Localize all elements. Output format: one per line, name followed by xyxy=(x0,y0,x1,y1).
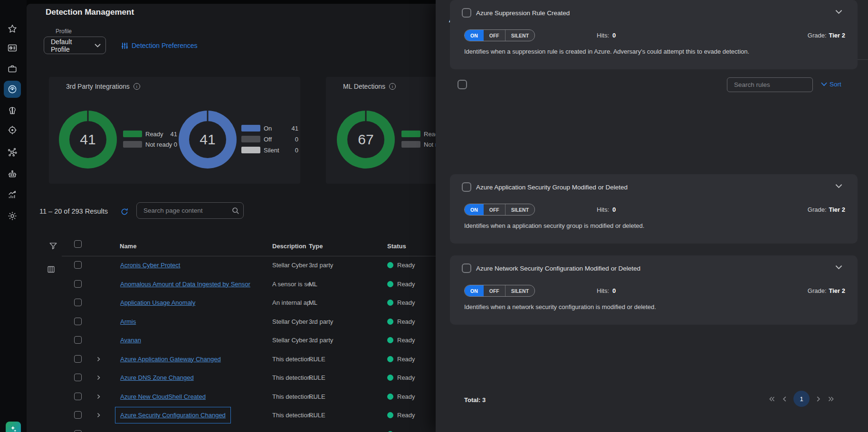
detection-link[interactable]: Azure Security Configuration Changed xyxy=(120,412,226,419)
status-dot xyxy=(387,375,393,381)
info-icon[interactable] xyxy=(389,83,396,90)
row-checkbox[interactable] xyxy=(74,261,82,269)
third-party-integrations-card: 3rd Party Integrations 41 Ready 41 Not r… xyxy=(49,77,300,184)
expand-chevron-icon[interactable] xyxy=(95,375,102,381)
row-type: RULE xyxy=(309,393,325,400)
page-number[interactable]: 1 xyxy=(793,391,810,407)
toggle-silent-button[interactable]: SILENT xyxy=(505,204,534,215)
refresh-icon[interactable] xyxy=(120,207,129,216)
row-checkbox[interactable] xyxy=(74,299,82,306)
sidebar-item-ml[interactable] xyxy=(4,102,21,119)
row-checkbox[interactable] xyxy=(74,430,82,432)
status-dot xyxy=(387,394,393,400)
sidebar-item-correlation[interactable] xyxy=(4,143,21,160)
toggle-on-button[interactable]: ON xyxy=(465,285,484,296)
last-page-icon[interactable] xyxy=(828,396,835,402)
legend-swatch xyxy=(241,147,260,153)
toggle-off-button[interactable]: OFF xyxy=(484,285,505,296)
expand-chevron-icon[interactable] xyxy=(95,412,102,418)
row-checkbox[interactable] xyxy=(74,393,82,400)
rule-card: Azure Application Security Group Modifie… xyxy=(450,174,858,244)
donut-value: 41 xyxy=(59,111,117,169)
row-type: 3rd party xyxy=(309,318,333,325)
toggle-silent-button[interactable]: SILENT xyxy=(505,30,534,41)
row-checkbox[interactable] xyxy=(74,374,82,381)
detection-link[interactable]: Acronis Cyber Protect xyxy=(120,262,180,269)
toggle-on-button[interactable]: ON xyxy=(465,30,484,41)
detection-link[interactable]: Avanan xyxy=(120,337,141,344)
row-type: 3rd party xyxy=(309,262,333,269)
sidebar-item-dashboard[interactable] xyxy=(4,39,21,56)
detection-preferences-link[interactable]: Detection Preferences xyxy=(121,42,198,49)
info-icon[interactable] xyxy=(134,83,140,90)
detection-link[interactable]: Azure DNS Zone Changed xyxy=(120,374,194,381)
profile-dropdown[interactable]: Default Profile xyxy=(44,37,106,54)
name-cell: Application Usage Anomaly xyxy=(115,294,231,311)
chevron-down-icon[interactable] xyxy=(835,9,842,14)
rule-checkbox[interactable] xyxy=(462,182,471,192)
sidebar-item-detections[interactable] xyxy=(4,81,21,98)
sidebar-item-favorites[interactable] xyxy=(4,20,21,38)
chevron-down-icon[interactable] xyxy=(835,265,842,270)
detection-link[interactable]: Armis xyxy=(120,318,136,325)
legend-label: Off xyxy=(264,136,272,143)
detection-link[interactable]: Azure New CloudShell Created xyxy=(120,393,206,400)
status-dot xyxy=(387,281,393,287)
legend-label: On xyxy=(264,125,272,132)
first-page-icon[interactable] xyxy=(768,396,775,402)
rule-title: Azure Application Security Group Modifie… xyxy=(476,184,628,191)
legend-value: 41 xyxy=(161,131,177,138)
rule-checkbox[interactable] xyxy=(462,8,471,18)
row-checkbox[interactable] xyxy=(74,280,82,288)
rules-search-input[interactable] xyxy=(727,81,822,88)
select-all-checkbox[interactable] xyxy=(74,240,82,248)
row-checkbox[interactable] xyxy=(74,318,82,325)
detection-link[interactable]: Azure Application Gateway Changed xyxy=(120,356,221,363)
sidebar-item-assistant[interactable] xyxy=(6,422,21,432)
ml-donut-chart: 67 xyxy=(337,111,395,169)
sort-button[interactable]: Sort xyxy=(821,81,841,88)
toggle-off-button[interactable]: OFF xyxy=(484,204,505,215)
hits-value: 0 xyxy=(612,32,616,39)
sort-label: Sort xyxy=(830,81,841,88)
row-checkbox[interactable] xyxy=(74,411,82,419)
pagination: 1 xyxy=(768,389,835,408)
rule-title: Azure Network Security Configuration Mod… xyxy=(476,265,640,272)
legend-label: Ready xyxy=(145,131,163,138)
toggle-silent-button[interactable]: SILENT xyxy=(505,285,534,296)
expand-chevron-icon[interactable] xyxy=(95,394,102,400)
next-page-icon[interactable] xyxy=(816,396,821,402)
detection-link[interactable]: Application Usage Anomaly xyxy=(120,299,195,306)
rule-state-toggle: ON OFF SILENT xyxy=(464,29,535,41)
chevron-down-icon[interactable] xyxy=(835,184,842,188)
sidebar-item-settings[interactable] xyxy=(4,207,21,225)
column-header-type[interactable]: Type xyxy=(309,243,323,250)
row-checkbox[interactable] xyxy=(74,336,82,344)
sidebar-item-cases[interactable] xyxy=(4,60,21,77)
sidebar-item-automation[interactable] xyxy=(4,166,21,183)
sidebar-item-hunting[interactable] xyxy=(4,122,21,139)
name-cell: Azure Application Gateway Changed xyxy=(115,351,231,367)
column-header-name[interactable]: Name xyxy=(120,243,136,250)
column-header-status[interactable]: Status xyxy=(387,243,406,250)
page-title: Detection Management xyxy=(46,8,134,17)
rule-description: Identifies when a application security g… xyxy=(464,222,644,229)
trend-chart-icon xyxy=(7,189,18,200)
page-search-input[interactable] xyxy=(137,207,231,214)
rules-select-all-checkbox[interactable] xyxy=(458,80,467,89)
column-header-description[interactable]: Description xyxy=(272,243,306,250)
toggle-off-button[interactable]: OFF xyxy=(484,30,505,41)
row-checkbox[interactable] xyxy=(74,355,82,363)
rule-checkbox[interactable] xyxy=(462,263,471,273)
target-icon xyxy=(7,125,18,135)
prev-page-icon[interactable] xyxy=(782,396,787,402)
toggle-on-button[interactable]: ON xyxy=(465,204,484,215)
expand-chevron-icon[interactable] xyxy=(95,356,102,362)
profile-dropdown-value: Default Profile xyxy=(51,38,91,53)
legend-swatch xyxy=(241,125,260,131)
detection-link[interactable]: Anomalous Amount of Data Ingested by Sen… xyxy=(120,281,250,288)
grade-label: Grade: xyxy=(808,287,827,294)
row-type: ML xyxy=(309,299,317,306)
sidebar-item-reports[interactable] xyxy=(4,186,21,203)
rules-total: Total: 3 xyxy=(464,396,486,404)
